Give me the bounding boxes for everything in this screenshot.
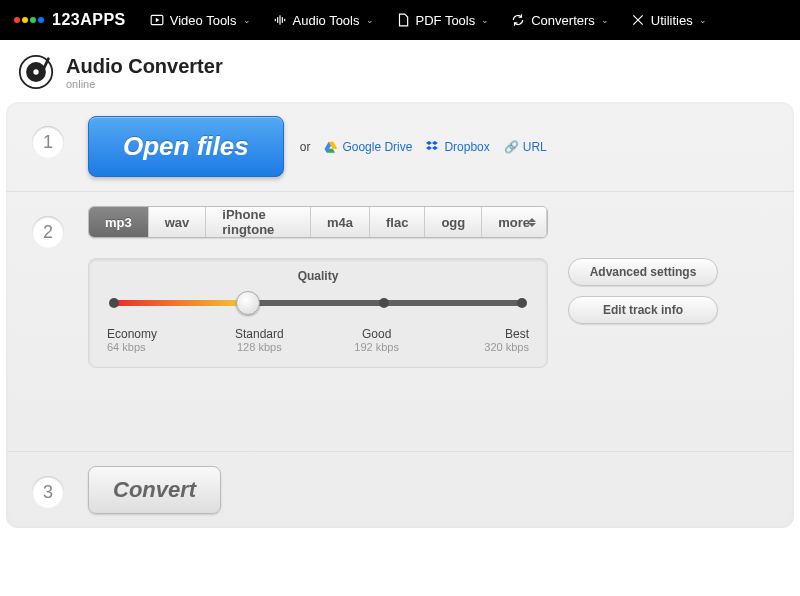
main-panel: 1 Open files or Google Drive Dropbox 🔗 U…: [6, 102, 794, 528]
svg-point-8: [33, 69, 38, 74]
tab-more[interactable]: more: [482, 207, 547, 237]
nav-utilities[interactable]: Utilities⌄: [631, 13, 707, 28]
brand-text: 123APPS: [52, 11, 126, 29]
slider-knob[interactable]: [236, 291, 260, 315]
chevron-down-icon: ⌄: [481, 15, 489, 25]
source-dropbox[interactable]: Dropbox: [426, 140, 489, 154]
chevron-down-icon: ⌄: [601, 15, 609, 25]
tab-wav[interactable]: wav: [149, 207, 207, 237]
step-number-2: 2: [32, 216, 64, 248]
app-header: Audio Converter online: [0, 40, 800, 98]
or-label: or: [300, 140, 311, 154]
page-title: Audio Converter: [66, 55, 223, 78]
tab-iphone-ringtone[interactable]: iPhone ringtone: [206, 207, 311, 237]
dropbox-icon: [426, 140, 440, 154]
svg-rect-4: [281, 17, 282, 23]
svg-rect-1: [274, 19, 275, 21]
quality-panel: Quality Economy64 kbps Standard128 kbps …: [88, 258, 548, 368]
step-number-1: 1: [32, 126, 64, 158]
quality-labels: Economy64 kbps Standard128 kbps Good192 …: [107, 327, 529, 353]
quality-title: Quality: [107, 269, 529, 283]
step-number-3: 3: [32, 476, 64, 508]
tab-ogg[interactable]: ogg: [425, 207, 482, 237]
nav-menu: Video Tools⌄ Audio Tools⌄ PDF Tools⌄ Con…: [150, 13, 707, 28]
quality-slider[interactable]: [113, 293, 523, 313]
chevron-down-icon: ⌄: [243, 15, 251, 25]
top-navbar: 123APPS Video Tools⌄ Audio Tools⌄ PDF To…: [0, 0, 800, 40]
chevron-down-icon: ⌄: [366, 15, 374, 25]
chevron-down-icon: ⌄: [699, 15, 707, 25]
updown-icon: [528, 218, 536, 227]
audio-icon: [273, 13, 287, 27]
tab-flac[interactable]: flac: [370, 207, 425, 237]
brand-logo[interactable]: 123APPS: [14, 11, 126, 29]
disc-icon: [18, 54, 54, 90]
side-buttons: Advanced settings Edit track info: [568, 258, 718, 368]
format-tabs: mp3 wav iPhone ringtone m4a flac ogg mor…: [88, 206, 548, 238]
convert-button[interactable]: Convert: [88, 466, 221, 514]
step-2: 2 mp3 wav iPhone ringtone m4a flac ogg m…: [6, 192, 794, 452]
doc-icon: [396, 13, 410, 27]
nav-pdf-tools[interactable]: PDF Tools⌄: [396, 13, 490, 28]
svg-rect-3: [279, 15, 280, 24]
edit-track-info-button[interactable]: Edit track info: [568, 296, 718, 324]
source-url[interactable]: 🔗 URL: [504, 140, 547, 154]
tab-mp3[interactable]: mp3: [89, 207, 149, 237]
advanced-settings-button[interactable]: Advanced settings: [568, 258, 718, 286]
nav-video-tools[interactable]: Video Tools⌄: [150, 13, 251, 28]
step-1: 1 Open files or Google Drive Dropbox 🔗 U…: [6, 102, 794, 192]
svg-rect-2: [277, 17, 278, 23]
step-3: 3 Convert: [6, 452, 794, 528]
nav-audio-tools[interactable]: Audio Tools⌄: [273, 13, 374, 28]
convert-icon: [511, 13, 525, 27]
brand-dots-icon: [14, 17, 46, 23]
alt-sources: or Google Drive Dropbox 🔗 URL: [300, 140, 547, 154]
open-files-button[interactable]: Open files: [88, 116, 284, 177]
svg-rect-5: [284, 19, 285, 21]
gdrive-icon: [324, 140, 338, 154]
tab-m4a[interactable]: m4a: [311, 207, 370, 237]
nav-converters[interactable]: Converters⌄: [511, 13, 609, 28]
link-icon: 🔗: [504, 140, 519, 154]
play-icon: [150, 13, 164, 27]
source-google-drive[interactable]: Google Drive: [324, 140, 412, 154]
util-icon: [631, 13, 645, 27]
page-subtitle: online: [66, 78, 223, 90]
